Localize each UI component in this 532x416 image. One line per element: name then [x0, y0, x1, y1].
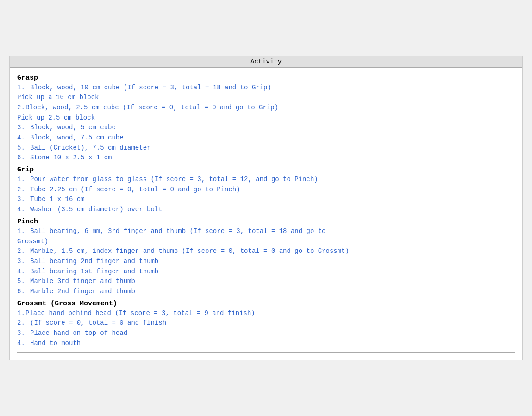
list-item: 3. Block, wood, 5 cm cube: [17, 123, 515, 133]
item-text: Washer (3.5 cm diameter) over bolt: [30, 205, 163, 215]
list-item: 3. Place hand on top of head: [17, 328, 515, 339]
item-text: Tube 1 x 16 cm: [30, 195, 85, 205]
item-number: 5.: [17, 143, 30, 153]
list-item: 4. Ball bearing 1st finger and thumb: [17, 267, 515, 277]
list-item: 2. (If score = 0, total = 0 and finish: [17, 318, 515, 328]
item-text: Place hand on top of head: [30, 328, 127, 339]
list-item: 4. Washer (3.5 cm diameter) over bolt: [17, 205, 515, 215]
item-text: Ball (Cricket), 7.5 cm diameter: [30, 143, 150, 153]
item-number: 1.: [17, 175, 30, 185]
item-text: Marble 2nd finger and thumb: [30, 287, 135, 297]
list-item: 4. Block, wood, 7.5 cm cube: [17, 133, 515, 143]
item-text: Pour water from glass to glass (If score…: [30, 175, 318, 185]
item-number: 4.: [17, 133, 30, 143]
sub-label: Pick up a 10 cm block: [17, 93, 515, 103]
grasp-section-title: Grasp: [17, 74, 515, 82]
item-text: (If score = 0, total = 0 and finish: [30, 318, 166, 328]
list-item: 2. Block, wood, 2.5 cm cube (If score = …: [17, 103, 515, 113]
list-item: 1. Pour water from glass to glass (If sc…: [17, 175, 515, 185]
item-number: 4.: [17, 267, 30, 277]
item-text: Block, wood, 5 cm cube: [30, 123, 116, 133]
bottom-divider: [17, 352, 515, 353]
item-text: Stone 10 x 2.5 x 1 cm: [30, 153, 112, 163]
item-number: 1.: [17, 83, 30, 93]
item-number: 3.: [17, 195, 30, 205]
list-item: 5. Ball (Cricket), 7.5 cm diameter: [17, 143, 515, 153]
list-item: 6. Stone 10 x 2.5 x 1 cm: [17, 153, 515, 163]
list-item: 2. Marble, 1.5 cm, index finger and thum…: [17, 246, 515, 257]
item-number: 3.: [17, 257, 30, 267]
pinch-section-title: Pinch: [17, 218, 515, 226]
list-item: 6. Marble 2nd finger and thumb: [17, 287, 515, 297]
content-row: Grasp 1. Block, wood, 10 cm cube (If sco…: [10, 67, 522, 360]
item-number: 6.: [17, 287, 30, 297]
item-text: Marble, 1.5 cm, index finger and thumb (…: [30, 246, 349, 257]
grossmt-section-title: Grossmt (Gross Movement): [17, 300, 515, 308]
sub-label: Pick up 2.5 cm block: [17, 113, 515, 123]
item-text: Ball bearing 1st finger and thumb: [30, 267, 158, 277]
item-text: Tube 2.25 cm (If score = 0, total = 0 an…: [30, 185, 240, 195]
item-number: 4.: [17, 339, 30, 349]
table-header-row: Activity: [10, 56, 522, 68]
item-number: 2.: [17, 103, 25, 113]
list-item: 5. Marble 3rd finger and thumb: [17, 277, 515, 287]
item-text: Block, wood, 7.5 cm cube: [30, 133, 124, 143]
list-item: 3. Ball bearing 2nd finger and thumb: [17, 257, 515, 267]
page-container: Activity Grasp 1. Block, wood, 10 cm cub…: [9, 56, 523, 361]
item-number: 3.: [17, 123, 30, 133]
item-text: Place hand behind head (If score = 3, to…: [25, 309, 255, 319]
item-number: 1.: [17, 227, 30, 237]
list-item: 4. Hand to mouth: [17, 339, 515, 349]
item-text: Block, wood, 10 cm cube (If score = 3, t…: [30, 83, 271, 93]
item-number: 5.: [17, 277, 30, 287]
activity-table: Activity Grasp 1. Block, wood, 10 cm cub…: [10, 56, 522, 360]
item-text: Marble 3rd finger and thumb: [30, 277, 135, 287]
list-item: 1. Place hand behind head (If score = 3,…: [17, 309, 515, 319]
item-number: 2.: [17, 318, 30, 328]
item-number: 2.: [17, 185, 30, 195]
item-continuation: Grossmt): [17, 237, 515, 247]
activity-header: Activity: [10, 56, 522, 68]
grip-section-title: Grip: [17, 166, 515, 174]
item-number: 2.: [17, 246, 30, 257]
list-item: 2. Tube 2.25 cm (If score = 0, total = 0…: [17, 185, 515, 195]
item-text: Block, wood, 2.5 cm cube (If score = 0, …: [25, 103, 278, 113]
item-text: Ball bearing, 6 mm, 3rd finger and thumb…: [30, 227, 326, 237]
item-text: Ball bearing 2nd finger and thumb: [30, 257, 158, 267]
item-number: 6.: [17, 153, 30, 163]
item-number: 3.: [17, 328, 30, 339]
list-item: 3. Tube 1 x 16 cm: [17, 195, 515, 205]
item-number: 1.: [17, 309, 25, 319]
list-item: 1. Block, wood, 10 cm cube (If score = 3…: [17, 83, 515, 93]
item-number: 4.: [17, 205, 30, 215]
content-cell: Grasp 1. Block, wood, 10 cm cube (If sco…: [10, 67, 522, 360]
list-item: 1. Ball bearing, 6 mm, 3rd finger and th…: [17, 227, 515, 237]
item-text: Hand to mouth: [30, 339, 81, 349]
